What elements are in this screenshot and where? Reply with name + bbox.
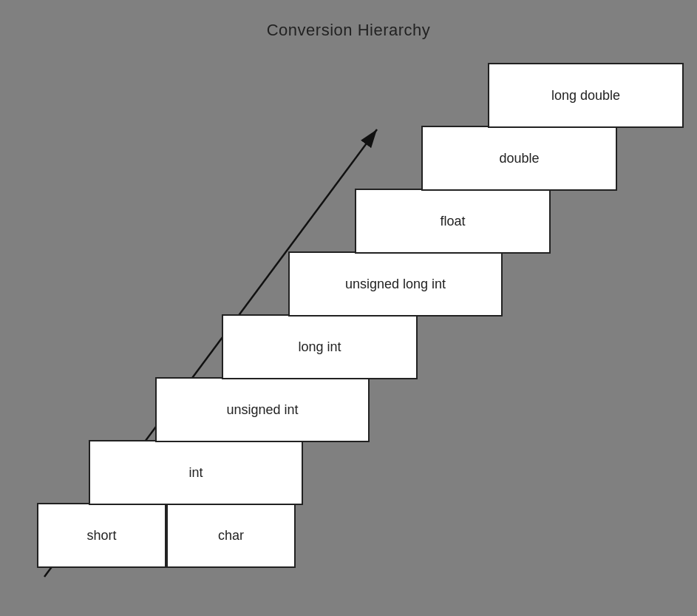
diagram-area: short char int unsigned int long int uns…: [0, 44, 697, 616]
step-long-double-label: long double: [551, 88, 620, 104]
step-unsigned-long-int: unsigned long int: [288, 251, 503, 317]
step-long-int: long int: [222, 314, 418, 379]
step-unsigned-int: unsigned int: [155, 377, 370, 442]
step-long-double: long double: [488, 63, 684, 128]
step-char-label: char: [218, 528, 244, 544]
step-int: int: [89, 440, 303, 505]
step-unsigned-long-int-label: unsigned long int: [345, 277, 446, 292]
step-float-label: float: [440, 214, 465, 229]
step-char: char: [166, 503, 296, 568]
step-float: float: [355, 189, 551, 254]
step-double: double: [421, 126, 617, 191]
step-short: short: [37, 503, 166, 568]
step-double-label: double: [499, 151, 539, 166]
page-title: Conversion Hierarchy: [0, 0, 697, 40]
step-int-label: int: [188, 465, 203, 481]
step-long-int-label: long int: [298, 339, 341, 355]
step-short-label: short: [86, 528, 116, 544]
step-unsigned-int-label: unsigned int: [226, 402, 298, 418]
